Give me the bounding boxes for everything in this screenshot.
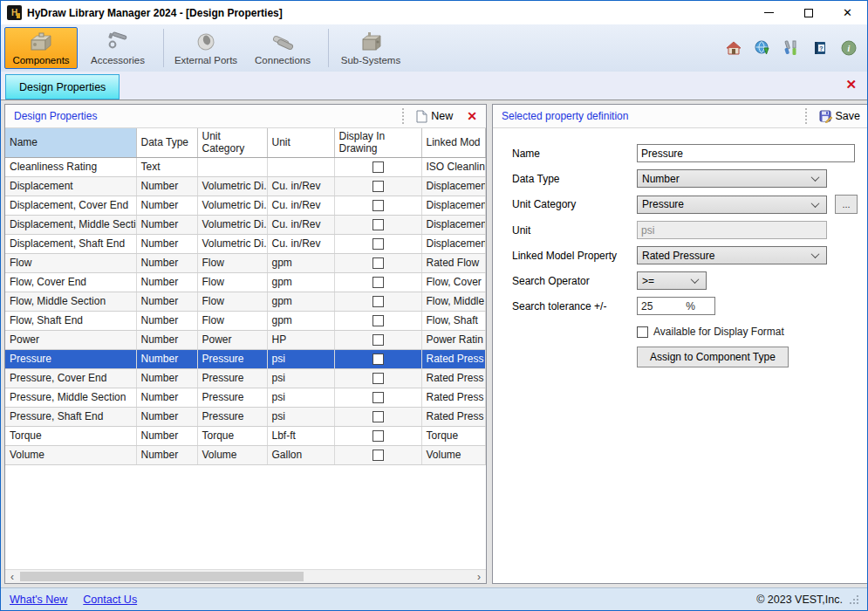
table-cell[interactable]: Power (5, 330, 136, 349)
table-cell[interactable]: Number (136, 388, 197, 407)
table-row[interactable]: Displacement, Cover EndNumberVolumetric … (5, 196, 486, 215)
display-in-drawing-checkbox[interactable] (372, 430, 384, 442)
table-row[interactable]: FlowNumberFlowgpmRated Flow (5, 253, 486, 272)
delete-property-button[interactable]: ✕ (463, 109, 481, 123)
display-in-drawing-checkbox[interactable] (372, 200, 384, 211)
table-row[interactable]: Displacement, Middle SectionNumberVolume… (5, 215, 486, 234)
table-row[interactable]: Displacement, Shaft EndNumberVolumetric … (5, 234, 486, 253)
web-update-icon[interactable] (755, 40, 770, 56)
table-cell[interactable]: Flow (197, 292, 267, 311)
table-cell[interactable]: Pressure, Cover End (5, 368, 136, 388)
table-cell[interactable]: Torque (421, 426, 486, 445)
table-row[interactable]: Cleanliness RatingTextISO Cleanlin (5, 157, 486, 176)
table-row[interactable]: Flow, Cover EndNumberFlowgpmFlow, Cover (5, 272, 486, 292)
table-cell[interactable]: Rated Press (421, 407, 486, 426)
table-cell[interactable]: gpm (267, 272, 334, 292)
table-cell[interactable]: Displacement, Shaft End (5, 234, 136, 253)
table-cell[interactable]: Power (197, 330, 267, 349)
table-cell[interactable]: Flow, Cover (421, 272, 486, 292)
table-cell[interactable]: Torque (5, 426, 136, 445)
table-cell[interactable]: Number (136, 292, 197, 311)
table-cell[interactable]: Flow (5, 253, 136, 272)
table-cell[interactable]: Flow, Cover End (5, 272, 136, 292)
table-cell[interactable]: Number (136, 426, 197, 445)
table-cell[interactable]: Lbf-ft (267, 426, 334, 445)
search-tolerance-input[interactable]: 25 % (637, 297, 715, 315)
table-cell[interactable]: Pressure (197, 368, 267, 388)
table-cell[interactable]: Pressure, Shaft End (5, 407, 136, 426)
table-cell[interactable]: Power Ratin (421, 330, 486, 349)
table-cell[interactable]: Flow (197, 311, 267, 330)
horizontal-scrollbar[interactable]: ‹ › (5, 569, 486, 583)
ribbon-tab-external-ports[interactable]: External Ports (169, 27, 243, 69)
table-row[interactable]: DisplacementNumberVolumetric Di...Cu. in… (5, 176, 486, 196)
display-in-drawing-checkbox[interactable] (372, 315, 384, 326)
table-row[interactable]: Pressure, Middle SectionNumberPressureps… (5, 388, 486, 407)
table-cell[interactable]: Number (136, 215, 197, 234)
ribbon-tab-components[interactable]: Components (4, 27, 78, 69)
table-cell[interactable]: Cu. in/Rev (267, 234, 334, 253)
table-cell[interactable]: Pressure, Middle Section (5, 388, 136, 407)
tab-close-icon[interactable]: ✕ (845, 78, 857, 91)
table-cell[interactable]: Pressure (197, 388, 267, 407)
table-cell[interactable]: Flow, Shaft End (5, 311, 136, 330)
table-cell[interactable]: Number (136, 253, 197, 272)
help-icon[interactable]: ? (812, 40, 828, 56)
table-cell[interactable]: Rated Press (421, 349, 486, 368)
table-cell[interactable]: Displacemen (421, 215, 486, 234)
search-operator-select[interactable]: >= (637, 271, 707, 290)
table-row[interactable]: Flow, Middle SectionNumberFlowgpmFlow, M… (5, 292, 486, 311)
table-cell[interactable]: gpm (267, 253, 334, 272)
display-in-drawing-checkbox[interactable] (372, 450, 384, 461)
table-cell[interactable]: Volumetric Di... (197, 196, 267, 215)
display-in-drawing-checkbox[interactable] (372, 238, 384, 250)
table-cell[interactable]: Number (136, 196, 197, 215)
table-cell[interactable]: Cu. in/Rev (267, 215, 334, 234)
home-icon[interactable] (726, 40, 742, 56)
table-row[interactable]: TorqueNumberTorqueLbf-ftTorque (5, 426, 486, 445)
column-header-linked-model[interactable]: Linked Mod (421, 128, 486, 157)
table-cell[interactable]: Volume (421, 445, 486, 464)
column-header-display-in-drawing[interactable]: Display In Drawing (334, 128, 421, 157)
table-cell[interactable]: Flow, Middle (421, 292, 486, 311)
table-row[interactable]: Pressure, Shaft EndNumberPressurepsiRate… (5, 407, 486, 426)
display-in-drawing-checkbox[interactable] (372, 392, 384, 403)
table-cell[interactable]: Flow, Middle Section (5, 292, 136, 311)
table-cell[interactable] (267, 157, 334, 176)
tab-design-properties[interactable]: Design Properties (5, 74, 120, 100)
table-cell[interactable]: Cleanliness Rating (5, 157, 136, 176)
table-cell[interactable]: HP (267, 330, 334, 349)
column-header-unit-category[interactable]: Unit Category (197, 128, 267, 157)
column-header-name[interactable]: Name (5, 128, 136, 157)
table-cell[interactable]: Number (136, 272, 197, 292)
ribbon-tab-sub-systems[interactable]: Sub-Systems (334, 27, 407, 69)
table-cell[interactable]: Displacemen (421, 234, 486, 253)
tools-icon[interactable] (783, 40, 799, 56)
display-in-drawing-checkbox[interactable] (372, 334, 384, 346)
table-cell[interactable]: Number (136, 349, 197, 368)
data-type-select[interactable]: Number (637, 169, 827, 188)
table-cell[interactable]: gpm (267, 311, 334, 330)
table-row[interactable]: PowerNumberPowerHPPower Ratin (5, 330, 486, 349)
ribbon-tab-accessories[interactable]: Accessories (81, 27, 154, 69)
table-row[interactable]: Flow, Shaft EndNumberFlowgpmFlow, Shaft (5, 311, 486, 330)
table-cell[interactable]: Displacemen (421, 196, 486, 215)
table-cell[interactable]: Number (136, 234, 197, 253)
table-cell[interactable]: Flow (197, 272, 267, 292)
display-in-drawing-checkbox[interactable] (372, 277, 384, 288)
about-icon[interactable]: i (841, 40, 857, 56)
column-header-data-type[interactable]: Data Type (136, 128, 197, 157)
display-in-drawing-checkbox[interactable] (372, 219, 384, 230)
table-cell[interactable]: Text (136, 157, 197, 176)
assign-to-component-type-button[interactable]: Assign to Component Type (637, 347, 789, 367)
table-row[interactable]: VolumeNumberVolumeGallonVolume (5, 445, 486, 464)
scroll-right-icon[interactable]: › (472, 570, 486, 584)
display-in-drawing-checkbox[interactable] (372, 161, 384, 173)
name-input[interactable]: Pressure (637, 144, 855, 162)
table-cell[interactable]: Number (136, 368, 197, 388)
close-button[interactable]: ✕ (828, 1, 867, 24)
display-in-drawing-checkbox[interactable] (372, 257, 384, 269)
table-cell[interactable]: psi (267, 349, 334, 368)
contact-us-link[interactable]: Contact Us (83, 594, 137, 606)
available-for-display-format-checkbox[interactable] (637, 326, 648, 338)
